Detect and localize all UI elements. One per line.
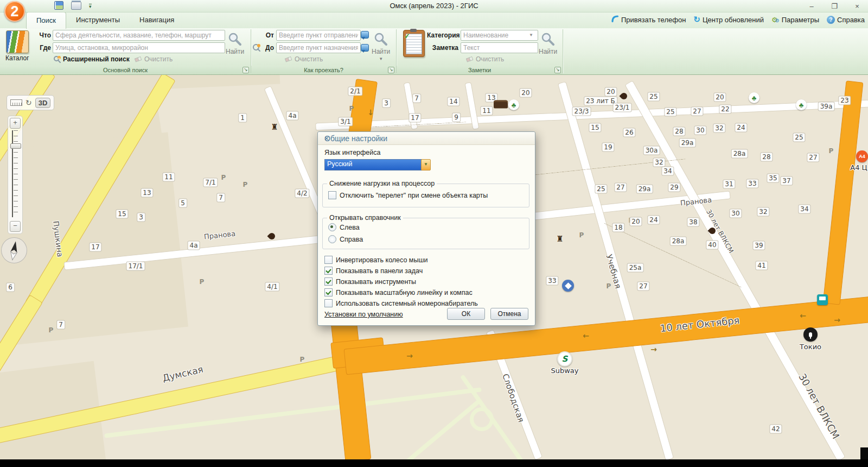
parking-label: P	[349, 105, 354, 112]
titlebar: ▾ Омск (апрель 2023) - 2ГИС – ❐ ×	[0, 0, 868, 12]
rotate-map-icon[interactable]: ↻	[25, 99, 32, 106]
to-input[interactable]	[276, 42, 361, 53]
building-number: 17	[409, 113, 421, 123]
building-number: 2/1	[348, 87, 362, 96]
clear-route-button[interactable]: Очистить	[285, 55, 323, 63]
parking-label: P	[579, 231, 584, 239]
open-right-radio[interactable]: Справа	[328, 235, 363, 243]
group-label-main-search: Основной поиск	[0, 66, 251, 74]
tokio-poi-icon[interactable]	[803, 327, 818, 342]
category-combo[interactable]	[461, 30, 538, 41]
eraser-icon	[466, 56, 474, 62]
building-number: 32	[757, 207, 769, 217]
tab-Поиск[interactable]: Поиск	[26, 12, 66, 29]
app-logo-2gis[interactable]: 2	[4, 1, 25, 22]
road	[397, 398, 482, 459]
building-number: 11	[480, 106, 493, 116]
note-input[interactable]	[461, 42, 538, 53]
clear-search-button[interactable]: Очистить	[135, 55, 173, 63]
road-main	[823, 80, 864, 305]
where-input[interactable]	[53, 42, 225, 53]
notes-clipboard-icon: ✓	[403, 30, 425, 57]
dialog-launcher-route[interactable]: ↘	[388, 67, 394, 73]
building-number: 9	[452, 113, 461, 122]
to-map-pin-icon[interactable]	[361, 44, 369, 52]
advanced-search-button[interactable]: + Расширенный поиск	[53, 55, 130, 63]
ruler-icon[interactable]	[10, 99, 22, 106]
to-label: До	[262, 44, 274, 52]
dialog-close-icon[interactable]: ×	[324, 134, 529, 143]
tree-icon: ♣	[508, 99, 519, 110]
dialog-launcher-notes[interactable]: ↘	[554, 67, 561, 73]
dialog-checkbox[interactable]: Показывать масштабную линейку и компас	[324, 288, 473, 296]
top-link-gears[interactable]: ⚙⚙Параметры	[771, 16, 819, 24]
window-title: Омск (апрель 2023) - 2ГИС	[0, 2, 868, 10]
find-button-notes[interactable]: Найти	[539, 31, 557, 55]
tab-Навигация[interactable]: Навигация	[130, 12, 184, 28]
from-map-pin-icon[interactable]	[361, 31, 369, 39]
zoom-in-button[interactable]: +	[10, 118, 21, 129]
language-select[interactable]: Русский ▼	[324, 159, 431, 169]
building-number: 20	[629, 217, 642, 226]
subway-poi-label: Subway	[551, 367, 578, 375]
building-number: 15	[589, 123, 601, 132]
close-button[interactable]: ×	[851, 2, 864, 10]
radio-icon	[328, 235, 336, 243]
radio-icon	[328, 223, 336, 231]
lane-arrow-icon: →	[650, 345, 657, 354]
dialog-checkbox[interactable]: Использовать системный номеронабиратель	[324, 299, 478, 307]
building-number: 28	[760, 153, 773, 162]
what-input[interactable]	[53, 30, 225, 41]
building-number: 22	[719, 105, 731, 114]
from-input[interactable]	[276, 30, 361, 41]
zoom-slider[interactable]: + −	[8, 116, 23, 234]
subway-poi-icon[interactable]: S	[557, 351, 572, 367]
top-link-refresh[interactable]: ↻Центр обновлений	[693, 16, 764, 24]
compass-icon[interactable]	[1, 237, 27, 263]
catalog-button[interactable]: Каталог	[5, 30, 29, 62]
find-button-main[interactable]: Найти	[226, 31, 244, 55]
ribbon: Каталог Что Где + Расширенный поиск Очис…	[0, 28, 868, 75]
zoom-handle[interactable]	[10, 143, 21, 149]
dialog-checkbox[interactable]: Инвертировать колесо мыши	[324, 256, 427, 264]
checkbox-icon	[324, 288, 333, 296]
building-number: 14	[447, 97, 459, 106]
open-left-radio[interactable]: Слева	[328, 223, 360, 231]
top-link-phone[interactable]: Привязать телефон	[611, 15, 686, 24]
building-number: 29а	[679, 138, 696, 148]
building-number: 33	[546, 276, 558, 286]
magnifier-icon	[227, 31, 242, 47]
dialog-checkbox[interactable]: Показывать в панели задач	[324, 267, 423, 275]
building-number: 30	[729, 209, 742, 218]
clear-notes-button[interactable]: Очистить	[466, 55, 504, 63]
route-magnifier-plus-icon[interactable]	[252, 43, 261, 52]
disable-flyover-checkbox[interactable]: Отключить "перелет" при смене объекта ка…	[328, 191, 488, 199]
view-3d-button[interactable]: 3D	[35, 98, 51, 108]
building-number: 37	[780, 176, 793, 186]
zoom-out-button[interactable]: −	[10, 221, 21, 232]
building-number: 4а	[188, 241, 200, 250]
find-dropdown-icon[interactable]: ▼	[379, 56, 383, 61]
dialog-titlebar[interactable]: Общие настройки ×	[318, 132, 535, 145]
dialog-checkbox[interactable]: Показывать инструменты	[324, 277, 416, 286]
tab-Инструменты[interactable]: Инструменты	[66, 12, 130, 28]
cancel-button[interactable]: Отмена	[490, 308, 528, 320]
refresh-icon: ↻	[693, 16, 700, 24]
building-number: 41	[755, 261, 768, 270]
language-label: Язык интерфейса	[324, 149, 380, 156]
eraser-icon	[285, 56, 292, 62]
a4-poi-icon[interactable]: А4	[856, 150, 868, 162]
category-dropdown-icon[interactable]: ▼	[529, 33, 533, 37]
map-toolbar: ↻ 3D	[7, 95, 54, 110]
maximize-button[interactable]: ❐	[828, 2, 841, 10]
top-link-help[interactable]: ?Справка	[827, 15, 865, 24]
dialog-launcher-main[interactable]: ↘	[242, 67, 249, 73]
building-number: 31	[723, 180, 735, 189]
find-button-route[interactable]: Найти ▼	[372, 31, 390, 61]
defaults-link[interactable]: Установки по умолчанию	[324, 311, 403, 318]
building-number: 20	[713, 93, 726, 102]
minimize-button[interactable]: –	[805, 2, 818, 10]
ok-button[interactable]: ОК	[447, 308, 485, 320]
building-number: 19	[602, 143, 614, 152]
language-dropdown-icon[interactable]: ▼	[421, 159, 431, 171]
